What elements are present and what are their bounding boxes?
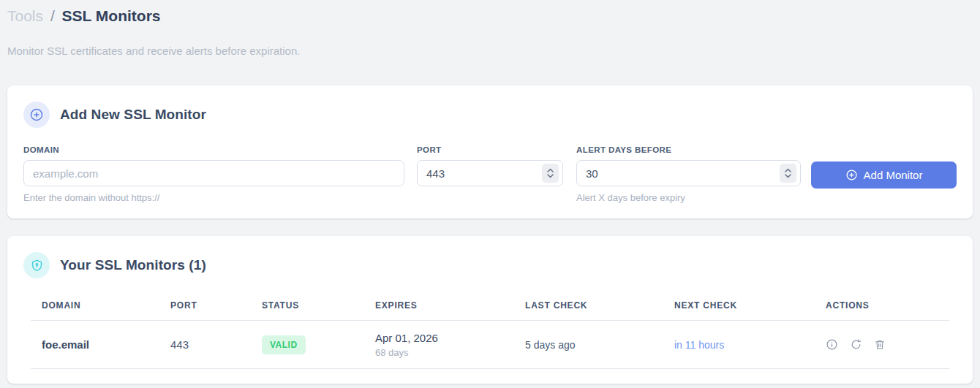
alert-days-stepper[interactable] [780,164,796,183]
breadcrumb: Tools / SSL Monitors [7,6,973,26]
expires-date: Apr 01, 2026 [375,332,514,344]
port-input[interactable] [417,160,563,186]
page-title: SSL Monitors [62,7,161,24]
ssl-monitors-list-card: Your SSL Monitors (1) DOMAIN PORT STATUS… [7,236,973,384]
refresh-icon[interactable] [850,338,862,351]
add-card-header: Add New SSL Monitor [23,102,957,128]
ssl-monitors-page: Tools / SSL Monitors Monitor SSL certifi… [0,0,980,384]
monitor-domain: foe.email [31,338,159,351]
add-card-title: Add New SSL Monitor [60,107,206,123]
table-row: foe.email 443 VALID Apr 01, 2026 68 days… [31,321,949,369]
add-monitor-button[interactable]: Add Monitor [811,161,957,189]
add-monitor-form: DOMAIN Enter the domain without https://… [23,145,957,203]
port-label: PORT [417,145,563,154]
monitors-card-header: Your SSL Monitors (1) [7,252,973,278]
monitors-table: DOMAIN PORT STATUS EXPIRES LAST CHECK NE… [31,300,949,369]
add-monitor-button-label: Add Monitor [864,169,923,181]
domain-help-text: Enter the domain without https:// [23,192,404,203]
column-header-port: PORT [159,300,251,311]
column-header-status: STATUS [251,300,364,311]
column-header-actions: ACTIONS [815,300,949,311]
alert-days-field-group: ALERT DAYS BEFORE Alert X days before ex… [576,145,801,203]
breadcrumb-separator: / [50,7,55,24]
column-header-next-check: NEXT CHECK [663,300,815,311]
add-ssl-monitor-card: Add New SSL Monitor DOMAIN Enter the dom… [7,85,973,218]
trash-icon[interactable] [874,338,886,351]
info-icon[interactable] [826,338,838,351]
plus-circle-icon [23,102,50,128]
domain-input[interactable] [23,160,404,186]
domain-label: DOMAIN [23,145,404,154]
breadcrumb-tools-link[interactable]: Tools [7,7,43,24]
monitor-status-cell: VALID [251,335,364,354]
monitor-port: 443 [159,338,251,351]
page-subtitle: Monitor SSL certificates and receive ale… [7,45,973,57]
column-header-expires: EXPIRES [364,300,514,311]
column-header-domain: DOMAIN [31,300,159,311]
expires-remaining: 68 days [375,347,514,358]
alert-days-help-text: Alert X days before expiry [576,192,801,203]
port-field-group: PORT [417,145,563,203]
domain-field-group: DOMAIN Enter the domain without https:// [23,145,404,203]
monitor-last-check: 5 days ago [514,339,663,351]
monitor-expires-cell: Apr 01, 2026 68 days [364,332,514,358]
shield-icon [23,252,50,278]
port-stepper[interactable] [542,164,559,183]
alert-days-input[interactable] [576,160,801,186]
monitor-next-check: in 11 hours [663,339,815,351]
alert-days-label: ALERT DAYS BEFORE [576,145,801,154]
column-header-last-check: LAST CHECK [514,300,663,311]
plus-circle-icon [845,169,858,181]
table-header-row: DOMAIN PORT STATUS EXPIRES LAST CHECK NE… [31,300,949,321]
monitor-actions-cell [815,338,949,351]
status-badge: VALID [262,335,306,354]
monitors-card-title: Your SSL Monitors (1) [60,257,206,273]
